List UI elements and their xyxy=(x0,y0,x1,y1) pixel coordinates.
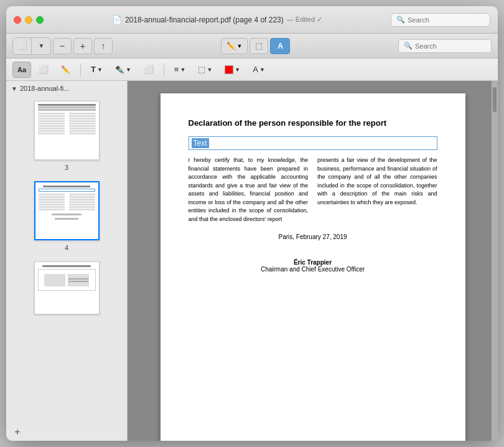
sidebar-dropdown-button[interactable]: ▼ xyxy=(32,38,50,54)
page-5-thumb[interactable] xyxy=(34,261,100,314)
font-aa-button[interactable]: Aa xyxy=(12,62,31,78)
color-button[interactable]: ▼ xyxy=(220,62,245,78)
draw-icon: ✏️ xyxy=(61,65,70,74)
maximize-button[interactable] xyxy=(36,16,44,24)
traffic-lights xyxy=(14,16,44,24)
signature-icon: ✒️ xyxy=(115,65,124,74)
color-icon xyxy=(225,65,233,74)
page-3-container: 3 xyxy=(6,96,127,176)
draw-tool-button[interactable]: ✏️ xyxy=(56,62,75,78)
pen-icon: ✏️ xyxy=(226,42,236,50)
redact-button[interactable]: ⬚ xyxy=(250,38,268,54)
close-button[interactable] xyxy=(14,16,21,24)
zoom-in-button[interactable]: + xyxy=(73,38,92,54)
pdf-col-right: presents a fair view of the development … xyxy=(317,156,437,224)
thumb-3-content xyxy=(35,101,99,137)
search-input[interactable] xyxy=(408,16,485,24)
text-insert-dropdown: ▼ xyxy=(97,67,103,73)
pdf-viewer[interactable]: Declaration of the person responsible fo… xyxy=(128,81,498,441)
border-button[interactable]: ⬚ ▼ xyxy=(193,62,217,78)
main-content: ▼ 2018-annual-fi... xyxy=(6,81,498,441)
thumb-4-content xyxy=(35,182,98,223)
search-input-toolbar[interactable] xyxy=(415,42,486,50)
font-aa-label: Aa xyxy=(17,66,26,73)
share-button[interactable]: ↑ xyxy=(94,38,113,54)
thumb-5-content xyxy=(35,262,99,294)
fontsize-button[interactable]: A ▼ xyxy=(248,62,270,78)
sidebar-header: ▼ 2018-annual-fi... xyxy=(6,81,127,96)
search-field[interactable]: 🔍 xyxy=(398,39,492,53)
document-title: 2018-annual-financial-report.pdf (page 4… xyxy=(125,16,284,24)
signature-button[interactable]: ✒️ ▼ xyxy=(110,62,136,78)
pen-dropdown-icon: ▼ xyxy=(237,43,243,49)
highlight-active-button[interactable]: A xyxy=(270,38,290,54)
titlebar: 📄 2018-annual-financial-report.pdf (page… xyxy=(6,6,498,34)
titlebar-center: 📄 2018-annual-financial-report.pdf (page… xyxy=(49,15,386,24)
pdf-signature-title: Chairman and Chief Executive Officer xyxy=(189,266,437,273)
page-4-label: 4 xyxy=(65,244,68,252)
sidebar-toggle-button[interactable]: ⬜ xyxy=(13,38,32,54)
stamp-icon: ⬜ xyxy=(144,65,154,74)
nav-toolbar: ⬜ ▼ − + ↑ ✏️ ▼ ⬚ A 🔍 xyxy=(6,34,498,59)
zoom-out-button[interactable]: − xyxy=(53,38,72,54)
stamp-button[interactable]: ⬜ xyxy=(139,62,159,78)
sidebar-toggle-group: ⬜ ▼ xyxy=(12,37,51,55)
separator-1 xyxy=(80,64,81,76)
sidebar: ▼ 2018-annual-fi... xyxy=(6,81,128,441)
highlight-icon: A xyxy=(278,42,283,50)
signature-dropdown: ▼ xyxy=(126,67,131,73)
col1-text: I hereby certify that, to my knowledge, … xyxy=(189,157,309,222)
border-icon: ⬚ xyxy=(198,65,205,74)
layout-dropdown: ▼ xyxy=(180,67,185,73)
text-box: Text xyxy=(189,136,437,150)
page-4-container: 4 xyxy=(6,176,127,256)
pdf-date: Paris, February 27, 2019 xyxy=(189,233,437,240)
page-3-thumb[interactable] xyxy=(34,101,100,160)
pdf-signature-name: Éric Trappier xyxy=(189,259,437,266)
selection-box-icon: ⬜ xyxy=(39,65,49,74)
text-insert-icon: T xyxy=(91,65,96,74)
pdf-col-left: I hereby certify that, to my knowledge, … xyxy=(189,156,309,224)
pen-tool-button[interactable]: ✏️ ▼ xyxy=(221,38,248,54)
search-icon: 🔍 xyxy=(396,16,405,24)
col2-text: presents a fair view of the development … xyxy=(317,157,437,205)
annotation-toolbar: Aa ⬜ ✏️ T ▼ ✒️ ▼ ⬜ ≡ ▼ ⬚ ▼ ▼ xyxy=(6,59,498,81)
pdf-body-text: I hereby certify that, to my knowledge, … xyxy=(189,156,437,224)
color-dropdown: ▼ xyxy=(235,67,240,73)
pdf-document-icon: 📄 xyxy=(112,15,122,24)
app-window: 📄 2018-annual-financial-report.pdf (page… xyxy=(6,6,498,441)
sidebar-filename: 2018-annual-fi... xyxy=(20,85,70,92)
page-3-label: 3 xyxy=(65,164,68,171)
selection-box-button[interactable]: ⬜ xyxy=(34,62,54,78)
pdf-page-title: Declaration of the person responsible fo… xyxy=(189,118,437,128)
pdf-signature: Éric Trappier Chairman and Chief Executi… xyxy=(189,259,437,273)
fontsize-dropdown: ▼ xyxy=(259,67,265,73)
scrollbar-track[interactable] xyxy=(492,81,498,441)
separator-2 xyxy=(164,64,164,76)
minimize-button[interactable] xyxy=(25,16,32,24)
layout-icon: ≡ xyxy=(174,65,179,74)
sidebar-collapse-icon[interactable]: ▼ xyxy=(11,85,17,92)
edited-badge: — Edited ✓ xyxy=(287,16,322,24)
search-icon-toolbar: 🔍 xyxy=(404,42,413,50)
page-4-thumb[interactable] xyxy=(34,181,100,240)
border-dropdown: ▼ xyxy=(207,67,212,73)
text-insert-button[interactable]: T ▼ xyxy=(86,62,108,78)
add-page-button[interactable]: + xyxy=(11,426,24,438)
scrollbar-thumb[interactable] xyxy=(493,87,497,112)
layout-button[interactable]: ≡ ▼ xyxy=(169,62,191,78)
pdf-page: Declaration of the person responsible fo… xyxy=(161,93,465,441)
page-5-container xyxy=(6,256,127,319)
text-highlight-label: Text xyxy=(192,138,209,148)
fontsize-icon: A xyxy=(253,65,258,74)
search-box[interactable]: 🔍 xyxy=(391,13,490,27)
